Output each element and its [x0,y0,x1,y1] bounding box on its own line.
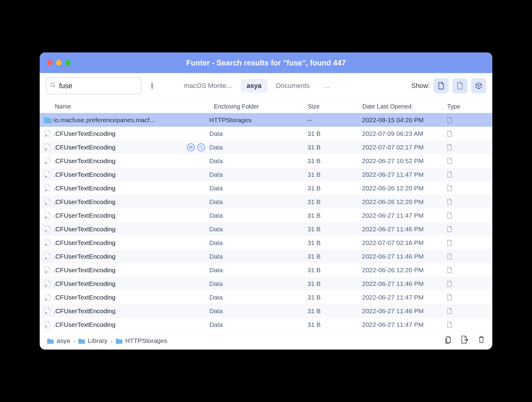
table-row[interactable]: .CFUserTextEncodingData31 B2022-07-07 02… [40,140,492,154]
file-icon [44,321,51,329]
column-header-date[interactable]: Date Last Opened [358,103,443,110]
cell-folder: Data [209,157,308,165]
cell-type [447,212,465,219]
cell-type [447,321,465,328]
table-row[interactable]: .CFUserTextEncodingData31 B2022-06-26 12… [40,181,492,195]
cell-folder: Data [209,280,308,287]
cell-type [447,294,465,301]
file-icon [44,225,51,233]
cell-type [447,171,465,178]
cell-type [447,130,465,137]
cell-size: 31 B [308,253,362,260]
cell-size: 31 B [308,226,362,233]
search-input[interactable] [59,82,148,90]
show-filter-group: Show: [411,78,486,93]
breadcrumb: asya›Library›HTTPStorages [47,337,167,344]
scope-tab[interactable]: ... [318,79,336,93]
cell-date: 2022-06-27 11:47 PM [362,321,447,328]
cell-date: 2022-06-27 11:47 PM [362,294,447,301]
file-icon [44,157,51,165]
column-header-size[interactable]: Size [303,103,358,110]
table-row[interactable]: .CFUserTextEncodingData31 B2022-06-27 10… [40,154,492,168]
clear-icon[interactable] [151,82,153,90]
cell-folder: Data [209,226,308,233]
column-header-folder[interactable]: Enclosing Folder [209,103,303,110]
table-row[interactable]: .CFUserTextEncodingData31 B2022-06-27 11… [40,250,492,263]
reveal-button[interactable] [197,143,205,151]
file-icon [44,143,51,151]
cell-date: 2022-06-26 12:20 PM [362,266,447,274]
file-icon [44,171,51,179]
cell-size: 31 B [308,157,362,165]
search-field[interactable] [46,77,141,94]
cell-folder: Data [209,171,308,178]
cell-folder: Data [209,185,308,192]
close-button[interactable] [47,60,52,65]
chevron-right-icon: › [73,337,75,344]
table-row[interactable]: io.macfuse.preferencepanes.macf...HTTPSt… [40,113,492,127]
svg-line-1 [54,86,55,87]
table-row[interactable]: .CFUserTextEncodingData31 B2022-06-27 11… [40,209,492,222]
filter-packages-button[interactable] [471,78,486,93]
table-row[interactable]: .CFUserTextEncodingData31 B2022-06-26 12… [40,195,492,209]
table-row[interactable]: .CFUserTextEncodingData31 B2022-06-27 11… [40,304,492,318]
table-row[interactable]: .CFUserTextEncodingData31 B2022-07-09 06… [40,127,492,140]
file-icon [44,253,51,260]
cell-folder: Data [209,144,308,151]
traffic-lights [47,60,71,65]
table-row[interactable]: .CFUserTextEncodingData31 B2022-06-27 11… [40,318,492,331]
scope-tab[interactable]: Documents [270,79,316,93]
scope-tab[interactable]: macOS Monte... [178,79,238,93]
cell-size: 31 B [308,212,362,219]
path-segment[interactable]: Library [78,337,107,344]
table-row[interactable]: .CFUserTextEncodingData31 B2022-06-26 12… [40,263,492,277]
table-row[interactable]: .CFUserTextEncodingData31 B2022-06-27 11… [40,290,492,304]
cell-date: 2022-07-07 02:17 PM [362,144,447,151]
path-segment[interactable]: asya [47,337,70,344]
table-row[interactable]: .CFUserTextEncodingData31 B2022-06-27 11… [40,168,492,181]
column-header-type[interactable]: Type [443,103,470,110]
cell-size: -- [308,116,362,124]
file-icon [44,239,51,247]
table-row[interactable]: .CFUserTextEncodingData31 B2022-06-27 11… [40,277,492,290]
cell-type [447,158,465,164]
move-button[interactable] [461,335,469,346]
file-name: .CFUserTextEncoding [54,144,115,151]
cell-type [447,117,465,123]
search-icon [50,82,56,89]
cell-date: 2022-06-27 11:46 PM [362,280,447,287]
file-icon [44,198,51,206]
table-row[interactable]: .CFUserTextEncodingData31 B2022-06-27 11… [40,222,492,236]
table-row[interactable]: .CFUserTextEncodingData31 B2022-07-07 02… [40,236,492,250]
cell-type [447,185,465,192]
filter-hidden-button[interactable] [452,78,467,93]
cell-size: 31 B [308,185,362,192]
svg-line-4 [202,148,203,149]
quicklook-button[interactable] [187,143,195,151]
cell-size: 31 B [308,266,362,274]
svg-point-3 [200,146,202,148]
cell-type [447,280,465,287]
minimize-button[interactable] [56,60,62,65]
path-segment[interactable]: HTTPStorages [116,337,168,344]
cell-size: 31 B [308,321,362,328]
toolbar: macOS Monte...asyaDocuments... Show: [40,73,492,100]
cell-folder: Data [209,239,308,246]
cell-type [447,240,465,246]
file-name: .CFUserTextEncoding [54,321,115,328]
cell-folder: Data [209,266,308,274]
file-icon [44,307,51,315]
trash-button[interactable] [478,335,485,346]
copy-button[interactable] [444,335,452,346]
window-title: Funter - Search results for "fuse", foun… [40,59,492,67]
scope-tab[interactable]: asya [241,79,268,93]
cell-date: 2022-06-27 11:46 PM [362,226,447,233]
file-name: .CFUserTextEncoding [54,185,115,192]
maximize-button[interactable] [65,60,71,65]
filter-visible-button[interactable] [434,78,449,93]
svg-point-2 [190,147,191,148]
file-name: .CFUserTextEncoding [54,171,115,178]
column-header-name[interactable]: Name [55,103,209,110]
cell-folder: Data [209,198,308,206]
table-header: Name Enclosing Folder Size Date Last Ope… [40,100,492,113]
